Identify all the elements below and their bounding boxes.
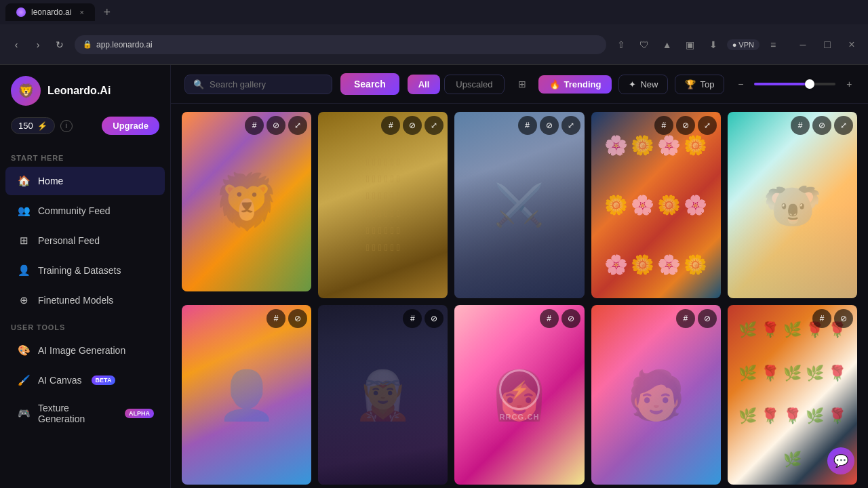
search-input[interactable] <box>210 79 323 89</box>
back-btn[interactable]: ‹ <box>7 35 26 54</box>
credits-info-btn[interactable]: i <box>60 120 73 132</box>
beta-badge: BETA <box>92 375 116 385</box>
item-edit-btn-1[interactable]: ⊘ <box>267 116 285 135</box>
sidebar-item-finetuned-label: Finetuned Models <box>38 295 113 306</box>
item-edit-btn-8[interactable]: ⊘ <box>561 309 580 328</box>
gallery-item-2[interactable]: 𓀀 𓀁 𓀂 𓀃 𓀄 𓀅𓀆 𓀇 𓀈 𓀉 𓀊 𓀋𓁀 𓁁 𓁂 𓁃 𓁄 𓁅𓁆 𓁇 𓁈 𓁉… <box>318 112 448 298</box>
download-btn[interactable]: ⬇ <box>704 35 723 54</box>
item-actions-5: # ⊘ ⤢ <box>791 116 853 135</box>
tab-close-btn[interactable]: × <box>79 8 83 16</box>
upgrade-button[interactable]: Upgrade <box>102 117 159 135</box>
sidebar-item-ai-image[interactable]: 🎨 AI Image Generation <box>5 336 165 365</box>
start-here-label: Start Here <box>0 146 170 166</box>
item-remix-btn-8[interactable]: # <box>540 309 559 328</box>
upscaled-tab[interactable]: Upscaled <box>444 75 504 94</box>
window-controls: – □ × <box>793 35 861 54</box>
training-icon: 👤 <box>16 263 31 278</box>
item-edit-btn-5[interactable]: ⊘ <box>812 116 831 135</box>
browser-tab-bar: leonardo.ai × + <box>0 0 868 24</box>
zoom-slider[interactable] <box>754 83 835 85</box>
credits-badge: 150 ⚡ <box>11 117 55 134</box>
item-edit-btn-4[interactable]: ⊘ <box>676 116 695 135</box>
alpha-badge: ALPHA <box>125 409 154 418</box>
gallery-item-6[interactable]: 👤 # ⊘ <box>182 305 311 485</box>
browser-nav-bar: ‹ › ↻ 🔒 app.leonardo.ai ⇧ 🛡 ▲ ▣ ⬇ ● VPN … <box>0 24 868 65</box>
credits-count: 150 <box>18 121 33 131</box>
refresh-btn[interactable]: ↻ <box>50 35 69 54</box>
active-tab[interactable]: leonardo.ai × <box>5 3 95 21</box>
sidebar-item-ai-canvas[interactable]: 🖌️ AI Canvas BETA <box>5 366 165 394</box>
item-remix-btn-9[interactable]: # <box>676 309 695 328</box>
sidebar-item-ai-canvas-label: AI Canvas <box>38 375 82 386</box>
sidebar-item-community-feed[interactable]: 👥 Community Feed <box>5 197 165 225</box>
grid-layout-btn[interactable]: ⊞ <box>513 75 532 94</box>
shield-btn[interactable]: 🛡 <box>635 35 654 54</box>
chat-fab-button[interactable]: 💬 <box>827 447 854 474</box>
item-remix-btn-3[interactable]: # <box>518 116 537 135</box>
all-tab[interactable]: All <box>408 75 441 94</box>
gallery-item-4[interactable]: 🌸🌼🌸🌼 🌼🌸🌼🌸 🌸🌼🌸🌼 # ⊘ ⤢ <box>591 112 721 298</box>
extension-btn[interactable]: ▲ <box>658 35 677 54</box>
ai-image-icon: 🎨 <box>16 343 31 358</box>
item-actions-7: # ⊘ <box>403 309 443 328</box>
home-icon: 🏠 <box>16 174 31 188</box>
gallery-item-7[interactable]: 🧝 # ⊘ <box>318 305 448 485</box>
gallery-item-8[interactable]: 👩 # ⊘ ⚡ RRCG.CH <box>454 305 584 485</box>
item-expand-btn-5[interactable]: ⤢ <box>834 116 853 135</box>
item-remix-btn-2[interactable]: # <box>381 116 400 135</box>
chat-icon: 💬 <box>833 453 848 468</box>
item-edit-btn-3[interactable]: ⊘ <box>540 116 559 135</box>
maximize-btn[interactable]: □ <box>818 35 837 54</box>
item-actions-10: # ⊘ <box>812 309 853 328</box>
sidebar-item-finetuned[interactable]: ⊕ Finetuned Models <box>5 286 165 314</box>
trending-button[interactable]: 🔥 Trending <box>538 75 612 94</box>
item-remix-btn-6[interactable]: # <box>267 309 285 328</box>
top-button[interactable]: 🏆 Top <box>675 75 724 94</box>
gallery-item-9[interactable]: 🧑 # ⊘ <box>591 305 721 485</box>
tab-favicon <box>16 7 26 17</box>
credits-row: 150 ⚡ i Upgrade <box>0 117 170 146</box>
sidebar-item-texture[interactable]: 🎮 Texture Generation ALPHA <box>5 396 165 431</box>
item-expand-btn-2[interactable]: ⤢ <box>425 116 443 135</box>
item-expand-btn-3[interactable]: ⤢ <box>561 116 580 135</box>
item-edit-btn-7[interactable]: ⊘ <box>425 309 443 328</box>
item-remix-btn-7[interactable]: # <box>403 309 422 328</box>
new-tab-btn[interactable]: + <box>98 3 117 22</box>
forward-btn[interactable]: › <box>28 35 47 54</box>
sidebar-item-community-label: Community Feed <box>38 205 111 216</box>
item-edit-btn-2[interactable]: ⊘ <box>403 116 422 135</box>
item-expand-btn-4[interactable]: ⤢ <box>698 116 717 135</box>
sidebar-item-ai-image-label: AI Image Generation <box>38 345 125 356</box>
sidebar-item-training[interactable]: 👤 Training & Datasets <box>5 256 165 285</box>
zoom-in-btn[interactable]: + <box>840 75 859 94</box>
gallery-item-3[interactable]: ⚔️ # ⊘ ⤢ <box>454 112 584 298</box>
item-edit-btn-9[interactable]: ⊘ <box>698 309 717 328</box>
sidebar-item-personal-feed[interactable]: ⊞ Personal Feed <box>5 226 165 255</box>
item-actions-1: # ⊘ ⤢ <box>245 116 307 135</box>
zoom-out-btn[interactable]: − <box>731 75 750 94</box>
gallery-item-5[interactable]: 🐨 # ⊘ ⤢ <box>728 112 857 298</box>
item-remix-btn-10[interactable]: # <box>812 309 831 328</box>
sidebar-item-home[interactable]: 🏠 Home <box>5 167 165 195</box>
item-remix-btn-1[interactable]: # <box>245 116 264 135</box>
new-label: New <box>640 79 658 89</box>
new-button[interactable]: ✦ New <box>618 75 668 94</box>
sidebar: 🦁 Leonardo.Ai 150 ⚡ i Upgrade Start Here… <box>0 65 171 488</box>
close-btn[interactable]: × <box>842 35 861 54</box>
item-edit-btn-6[interactable]: ⊘ <box>288 309 307 328</box>
bookmark-btn[interactable]: ⇧ <box>612 35 631 54</box>
minimize-btn[interactable]: – <box>793 35 812 54</box>
item-edit-btn-10[interactable]: ⊘ <box>834 309 853 328</box>
gallery-item-1[interactable]: 🦁 # ⊘ ⤢ <box>182 112 311 291</box>
address-bar[interactable]: 🔒 app.leonardo.ai <box>75 35 606 54</box>
search-button[interactable]: Search <box>340 73 399 95</box>
sidebar-item-home-label: Home <box>38 176 63 186</box>
menu-btn[interactable]: ≡ <box>764 35 783 54</box>
item-remix-btn-5[interactable]: # <box>791 116 810 135</box>
item-expand-btn-1[interactable]: ⤢ <box>288 116 307 135</box>
sidebar-item-personal-label: Personal Feed <box>38 235 100 246</box>
sidebar-toggle-btn[interactable]: ▣ <box>681 35 700 54</box>
item-actions-3: # ⊘ ⤢ <box>518 116 580 135</box>
new-icon: ✦ <box>629 79 636 89</box>
item-remix-btn-4[interactable]: # <box>654 116 673 135</box>
